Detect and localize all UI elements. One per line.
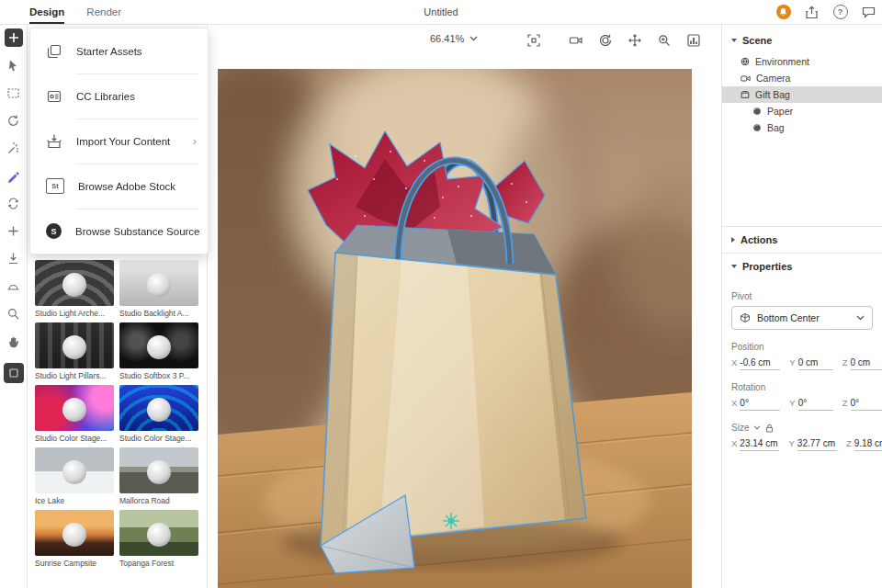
- position-fields: X-0.6 cm Y0 cm Z0 cm: [731, 357, 873, 370]
- menu-item-starter-assets[interactable]: Starter Assets: [30, 28, 208, 74]
- feedback-icon[interactable]: [861, 5, 876, 20]
- field-value[interactable]: 9.18 cm: [854, 438, 882, 451]
- mode-tabs: Design Render: [29, 0, 143, 24]
- field-value[interactable]: 23.14 cm: [740, 438, 779, 451]
- frame-selection-icon[interactable]: [526, 32, 541, 48]
- marquee-select-tool[interactable]: [5, 84, 23, 102]
- add-content-button[interactable]: [5, 28, 23, 47]
- camera-orbit-icon[interactable]: [597, 32, 613, 48]
- pan-hand-tool[interactable]: [5, 332, 23, 350]
- camera-pan-icon[interactable]: [627, 32, 642, 48]
- scene-item-camera[interactable]: Camera: [722, 70, 882, 86]
- asset-thumbnail: [35, 385, 114, 431]
- size-x-field[interactable]: X23.14 cm: [731, 438, 779, 451]
- scene-section-header[interactable]: Scene: [722, 28, 882, 53]
- help-icon[interactable]: ?: [832, 5, 848, 20]
- chevron-down-icon[interactable]: [753, 425, 761, 430]
- render-histogram-icon[interactable]: [685, 32, 701, 48]
- actions-section-header[interactable]: Actions: [722, 227, 882, 253]
- field-value[interactable]: 0°: [740, 398, 780, 411]
- size-fields: X23.14 cm Y32.77 cm Z9.18 cm: [731, 438, 873, 451]
- position-y-field[interactable]: Y0 cm: [789, 357, 832, 370]
- menu-item-adobe-stock[interactable]: St Browse Adobe Stock: [30, 164, 208, 209]
- size-z-field[interactable]: Z9.18 cm: [846, 438, 882, 451]
- asset-item[interactable]: Studio Light Arche...: [35, 260, 114, 318]
- asset-item[interactable]: Topanga Forest: [119, 510, 198, 568]
- field-value[interactable]: 0°: [798, 398, 833, 411]
- properties-section-header[interactable]: Properties: [731, 254, 873, 279]
- align-dome-tool[interactable]: [5, 277, 23, 295]
- menu-item-label: Browse Adobe Stock: [78, 181, 175, 192]
- position-x-field[interactable]: X-0.6 cm: [731, 357, 780, 370]
- field-value[interactable]: 32.77 cm: [797, 438, 837, 451]
- style-sampler-tool[interactable]: [5, 166, 23, 185]
- menu-item-import-content[interactable]: Import Your Content ›: [30, 119, 208, 164]
- scene-item-bag[interactable]: Bag: [722, 119, 882, 136]
- rotation-y-field[interactable]: Y0°: [789, 398, 832, 411]
- field-value[interactable]: 0 cm: [851, 357, 882, 370]
- scene-item-gift-bag[interactable]: Gift Bag: [722, 86, 882, 103]
- add-content-menu: Starter Assets CC Libraries Import Your …: [29, 28, 209, 254]
- size-label: Size: [731, 423, 749, 433]
- right-panel: Scene Environment Camera Gift Bag Paper …: [721, 24, 882, 588]
- pivot-dropdown[interactable]: Bottom Center: [731, 306, 873, 330]
- menu-item-cc-libraries[interactable]: CC Libraries: [30, 74, 208, 119]
- axis-label: Y: [789, 357, 795, 368]
- add-object-tool[interactable]: [5, 221, 23, 240]
- size-y-field[interactable]: Y32.77 cm: [788, 438, 836, 451]
- asset-item[interactable]: Sunrise Campsite: [35, 510, 114, 568]
- menu-item-substance-source[interactable]: S Browse Substance Source: [30, 209, 208, 254]
- field-value[interactable]: 0 cm: [798, 357, 833, 370]
- position-z-field[interactable]: Z0 cm: [842, 357, 882, 370]
- rotation-z-field[interactable]: Z0°: [842, 398, 882, 411]
- asset-label: Topanga Forest: [119, 559, 198, 568]
- rotation-x-field[interactable]: X0°: [731, 398, 780, 411]
- asset-item[interactable]: Studio Light Pillars...: [35, 322, 114, 380]
- group-box-icon: [741, 90, 750, 99]
- drop-to-ground-tool[interactable]: [5, 249, 23, 267]
- lock-icon[interactable]: [765, 424, 774, 433]
- camera-zoom-icon[interactable]: [656, 32, 672, 48]
- asset-item[interactable]: Studio Color Stage...: [119, 385, 198, 443]
- scene-item-environment[interactable]: Environment: [722, 53, 882, 70]
- select-move-tool[interactable]: [5, 56, 23, 74]
- camera-dolly-icon[interactable]: [568, 32, 583, 48]
- tab-design[interactable]: Design: [29, 0, 64, 24]
- share-icon[interactable]: [804, 5, 820, 20]
- render-preview-toggle[interactable]: [4, 363, 24, 383]
- scene-item-label: Camera: [756, 73, 790, 84]
- left-toolbar: [0, 24, 28, 588]
- asset-thumbnail: [119, 447, 198, 493]
- asset-label: Mallorca Road: [119, 496, 198, 505]
- notifications-icon[interactable]: [775, 5, 791, 20]
- asset-item[interactable]: Ice Lake: [35, 447, 114, 505]
- position-label: Position: [731, 342, 873, 352]
- viewport-3d-scene[interactable]: [218, 69, 692, 588]
- chevron-down-icon: [856, 315, 865, 321]
- magic-wand-tool[interactable]: [5, 139, 23, 157]
- asset-item[interactable]: Studio Color Stage...: [35, 385, 114, 443]
- asset-item[interactable]: Studio Softbox 3 P...: [119, 322, 198, 380]
- asset-thumbnail: [35, 447, 114, 493]
- asset-label: Sunrise Campsite: [35, 559, 114, 568]
- axis-label: Z: [846, 438, 852, 448]
- field-value[interactable]: -0.6 cm: [740, 357, 780, 370]
- zoom-tool[interactable]: [5, 304, 23, 322]
- scene-item-paper[interactable]: Paper: [722, 103, 882, 119]
- asset-thumbnail: [35, 322, 114, 368]
- asset-item[interactable]: Mallorca Road: [119, 447, 198, 505]
- field-value[interactable]: 0°: [851, 398, 882, 411]
- chevron-down-icon: [469, 36, 478, 41]
- camera-icon: [741, 74, 751, 83]
- rotate-tool[interactable]: [5, 111, 23, 130]
- swap-materials-tool[interactable]: [5, 194, 23, 212]
- tab-render[interactable]: Render: [86, 0, 121, 24]
- cc-libraries-icon: [46, 88, 62, 105]
- zoom-control[interactable]: 66.41%: [430, 33, 478, 44]
- asset-item[interactable]: Studio Backlight A...: [119, 260, 198, 318]
- menu-item-label: CC Libraries: [76, 91, 135, 102]
- asset-label: Studio Light Arche...: [35, 309, 114, 318]
- asset-thumbnail: [119, 260, 198, 306]
- material-sphere-icon: [752, 123, 762, 132]
- asset-label: Studio Softbox 3 P...: [119, 371, 198, 380]
